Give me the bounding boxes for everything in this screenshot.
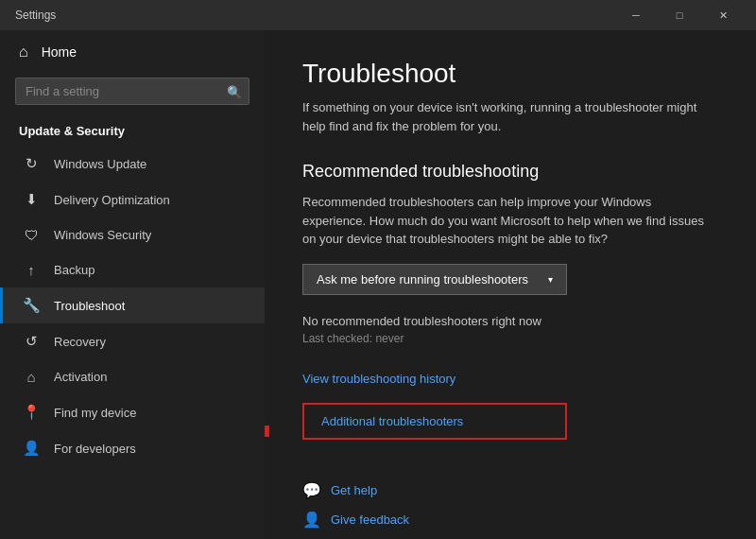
sidebar-item-label: Find my device bbox=[54, 406, 136, 420]
sidebar-item-label: Backup bbox=[54, 263, 94, 277]
search-icon: 🔍 bbox=[227, 84, 242, 98]
give-feedback-label: Give feedback bbox=[331, 513, 409, 527]
sidebar-item-label: For developers bbox=[54, 442, 136, 456]
troubleshoot-icon: 🔧 bbox=[22, 297, 41, 314]
additional-troubleshooters-button[interactable]: Additional troubleshooters bbox=[302, 403, 567, 440]
sidebar-item-label: Activation bbox=[54, 370, 107, 384]
backup-icon: ↑ bbox=[22, 262, 41, 278]
get-help-label: Get help bbox=[331, 483, 377, 497]
content-area: Troubleshoot If something on your device… bbox=[265, 30, 756, 539]
activation-icon: ⌂ bbox=[22, 369, 41, 385]
sidebar-item-label: Recovery bbox=[54, 335, 106, 349]
sidebar-home-label: Home bbox=[42, 44, 77, 60]
sidebar-item-troubleshoot[interactable]: 🔧 Troubleshoot bbox=[0, 287, 265, 323]
view-history-link[interactable]: View troubleshooting history bbox=[302, 372, 718, 386]
sidebar-item-windows-update[interactable]: ↻ Windows Update bbox=[0, 146, 265, 182]
sidebar-item-label: Troubleshoot bbox=[54, 299, 125, 313]
chevron-down-icon: ▾ bbox=[548, 274, 553, 285]
sidebar-item-delivery-optimization[interactable]: ⬇ Delivery Optimization bbox=[0, 182, 265, 217]
titlebar-title: Settings bbox=[15, 9, 56, 22]
find-device-icon: 📍 bbox=[22, 404, 41, 421]
additional-troubleshooters-row: Additional troubleshooters bbox=[302, 403, 718, 461]
page-title: Troubleshoot bbox=[302, 59, 718, 89]
sidebar-item-find-device[interactable]: 📍 Find my device bbox=[0, 394, 265, 430]
search-input[interactable] bbox=[15, 78, 249, 105]
sidebar-item-recovery[interactable]: ↺ Recovery bbox=[0, 323, 265, 359]
sidebar-item-for-developers[interactable]: 👤 For developers bbox=[0, 430, 265, 466]
sidebar-item-backup[interactable]: ↑ Backup bbox=[0, 252, 265, 287]
sidebar-item-windows-security[interactable]: 🛡 Windows Security bbox=[0, 217, 265, 252]
get-help-icon: 💬 bbox=[302, 481, 321, 499]
home-icon: ⌂ bbox=[19, 43, 28, 61]
sidebar-item-label: Windows Update bbox=[54, 157, 146, 171]
help-items: 💬 Get help 👤 Give feedback bbox=[302, 481, 718, 529]
give-feedback-item[interactable]: 👤 Give feedback bbox=[302, 511, 718, 529]
sidebar: ⌂ Home 🔍 Update & Security ↻ Windows Upd… bbox=[0, 30, 265, 539]
minimize-button[interactable]: ─ bbox=[614, 0, 658, 30]
get-help-item[interactable]: 💬 Get help bbox=[302, 481, 718, 499]
recommended-description: Recommended troubleshooters can help imp… bbox=[302, 193, 718, 249]
sidebar-item-label: Windows Security bbox=[54, 228, 151, 242]
sidebar-section-title: Update & Security bbox=[0, 116, 265, 146]
content-subtitle: If something on your device isn't workin… bbox=[302, 98, 718, 135]
troubleshooter-dropdown[interactable]: Ask me before running troubleshooters ▾ bbox=[302, 264, 567, 295]
last-checked-text: Last checked: never bbox=[302, 332, 718, 345]
maximize-button[interactable]: □ bbox=[658, 0, 701, 30]
red-arrow-icon bbox=[265, 410, 284, 452]
windows-update-icon: ↻ bbox=[22, 155, 41, 172]
sidebar-search-container: 🔍 bbox=[15, 78, 249, 105]
titlebar: Settings ─ □ ✕ bbox=[0, 0, 756, 30]
delivery-optimization-icon: ⬇ bbox=[22, 191, 41, 208]
give-feedback-icon: 👤 bbox=[302, 511, 321, 529]
recovery-icon: ↺ bbox=[22, 333, 41, 350]
windows-security-icon: 🛡 bbox=[22, 227, 41, 243]
main-content: ⌂ Home 🔍 Update & Security ↻ Windows Upd… bbox=[0, 30, 756, 539]
sidebar-item-label: Delivery Optimization bbox=[54, 193, 170, 207]
titlebar-controls: ─ □ ✕ bbox=[614, 0, 745, 30]
developers-icon: 👤 bbox=[22, 440, 41, 457]
no-troubleshooters-text: No recommended troubleshooters right now bbox=[302, 314, 718, 328]
sidebar-item-activation[interactable]: ⌂ Activation bbox=[0, 359, 265, 394]
additional-btn-label: Additional troubleshooters bbox=[321, 414, 463, 428]
dropdown-label: Ask me before running troubleshooters bbox=[317, 272, 528, 287]
recommended-heading: Recommended troubleshooting bbox=[302, 162, 718, 182]
sidebar-item-home[interactable]: ⌂ Home bbox=[0, 30, 265, 74]
close-button[interactable]: ✕ bbox=[701, 0, 745, 30]
